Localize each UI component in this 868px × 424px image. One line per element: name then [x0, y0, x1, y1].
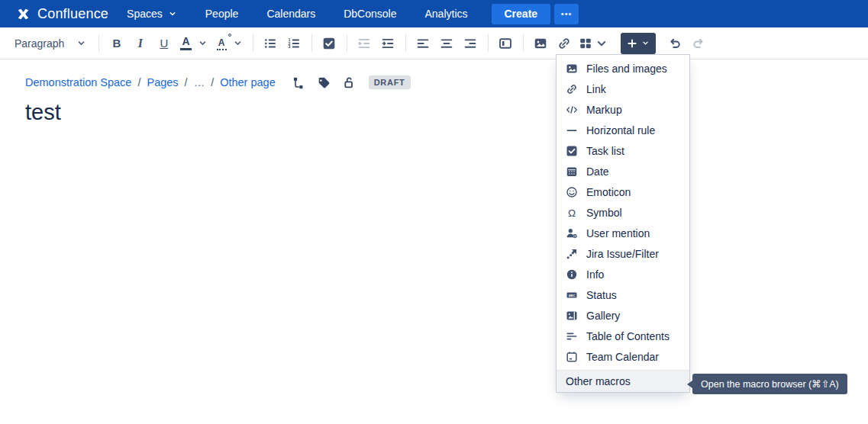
nav-more-button[interactable]: •••	[554, 4, 579, 24]
toolbar-separator	[347, 34, 347, 52]
nav-item-people[interactable]: People	[205, 8, 239, 20]
menu-item-label: Task list	[586, 145, 624, 157]
align-center-button[interactable]	[435, 32, 459, 55]
confluence-logo[interactable]: Confluence	[15, 6, 108, 22]
page-layout-icon	[499, 37, 512, 50]
italic-button[interactable]: I	[128, 32, 152, 55]
bullet-list-button[interactable]	[259, 32, 282, 55]
align-left-icon	[416, 37, 430, 50]
link-icon	[557, 37, 571, 50]
labels-icon[interactable]	[318, 76, 331, 89]
insert-more-content-button[interactable]	[621, 33, 656, 54]
gallery-icon	[566, 310, 578, 322]
align-left-button[interactable]	[411, 32, 435, 55]
menu-item-files-and-images[interactable]: Files and images	[557, 58, 689, 79]
align-center-icon	[440, 37, 453, 50]
chevron-down-icon	[641, 39, 650, 47]
toolbar-separator	[311, 34, 312, 52]
more-formatting-button[interactable]: A	[212, 32, 247, 55]
menu-item-team-calendar[interactable]: Team Calendar	[557, 346, 689, 367]
nav-item-spaces[interactable]: Spaces	[127, 8, 177, 20]
nav-item-calendars[interactable]: Calendars	[266, 8, 315, 20]
underline-button[interactable]: U	[152, 32, 176, 55]
date-icon	[566, 165, 578, 178]
page-layout-button[interactable]	[494, 32, 518, 55]
numbered-list-button[interactable]: 123	[282, 32, 306, 55]
menu-item-label: Emoticon	[586, 186, 631, 198]
toolbar-separator	[253, 34, 253, 52]
page-tree-icon[interactable]	[292, 76, 305, 89]
nav-item-analytics[interactable]: Analytics	[424, 8, 467, 20]
breadcrumb-link-pages[interactable]: Pages	[147, 76, 178, 88]
unlock-icon[interactable]	[343, 76, 356, 89]
top-navigation-bar: Confluence SpacesPeopleCalendarsDbConsol…	[0, 0, 868, 27]
table-of-contents-icon	[566, 330, 578, 342]
link-icon	[566, 83, 578, 95]
jira-icon	[566, 248, 578, 260]
toolbar-separator	[405, 34, 406, 52]
redo-button[interactable]	[687, 32, 711, 55]
toolbar-separator	[488, 34, 489, 52]
outdent-button[interactable]	[353, 32, 376, 55]
menu-item-task-list[interactable]: Task list	[557, 140, 689, 161]
svg-text:@: @	[573, 234, 577, 238]
menu-item-label: Other macros	[566, 375, 631, 387]
confluence-logo-text: Confluence	[37, 6, 108, 22]
menu-item-markup[interactable]: Markup	[557, 99, 689, 120]
undo-redo-group	[663, 32, 711, 55]
svg-text:ABC: ABC	[569, 293, 576, 297]
menu-item-label: Team Calendar	[586, 351, 659, 363]
macro-browser-tooltip: Open the macro browser (⌘⇧A)	[687, 374, 847, 394]
menu-item-emoticon[interactable]: Emoticon	[557, 181, 689, 202]
page-action-icons	[292, 76, 356, 89]
menu-item-info[interactable]: Info	[557, 264, 689, 284]
menu-item-table-of-contents[interactable]: Table of Contents	[557, 326, 689, 346]
menu-item-date[interactable]: Date	[557, 161, 689, 181]
paragraph-style-dropdown[interactable]: Paragraph	[8, 32, 93, 55]
menu-item-user-mention[interactable]: @User mention	[557, 223, 689, 243]
menu-item-label: Link	[586, 83, 606, 95]
undo-icon	[668, 37, 682, 50]
menu-item-status[interactable]: ABCStatus	[557, 284, 689, 305]
confluence-logo-icon	[15, 6, 31, 22]
italic-icon: I	[138, 37, 143, 50]
menu-item-label: Horizontal rule	[586, 124, 655, 137]
task-list-button[interactable]	[318, 32, 341, 55]
create-button[interactable]: Create	[492, 4, 551, 24]
table-icon	[579, 37, 592, 50]
menu-item-symbol[interactable]: ΩSymbol	[557, 202, 689, 223]
menu-item-jira-issue-filter[interactable]: Jira Issue/Filter	[557, 243, 689, 264]
nav-item-label: DbConsole	[344, 8, 396, 20]
menu-item-link[interactable]: Link	[557, 79, 689, 99]
image-icon	[566, 63, 578, 75]
undo-button[interactable]	[663, 32, 687, 55]
outdent-icon	[357, 37, 371, 50]
breadcrumb-link-other-page[interactable]: Other page	[220, 76, 276, 88]
insert-files-images-button[interactable]	[529, 32, 553, 55]
nav-menu: SpacesPeopleCalendarsDbConsoleAnalytics	[127, 8, 495, 20]
indent-button[interactable]	[376, 32, 400, 55]
toolbar-separator	[98, 34, 99, 52]
text-color-button[interactable]: A	[176, 32, 211, 55]
menu-item-other-macros[interactable]: Other macros	[557, 370, 689, 392]
numbered-list-icon: 123	[287, 37, 301, 50]
redo-icon	[692, 37, 705, 50]
menu-item-gallery[interactable]: Gallery	[557, 305, 689, 326]
insert-link-button[interactable]	[553, 32, 576, 55]
bold-button[interactable]: B	[105, 32, 128, 55]
menu-item-label: Info	[586, 268, 604, 281]
menu-item-label: Status	[586, 289, 617, 301]
breadcrumb-separator: /	[137, 76, 140, 88]
nav-item-dbconsole[interactable]: DbConsole	[344, 8, 396, 20]
task-list-icon	[322, 37, 336, 50]
tooltip-arrow	[687, 381, 692, 388]
align-right-button[interactable]	[459, 32, 482, 55]
plus-icon	[626, 37, 638, 50]
nav-item-label: Spaces	[127, 8, 163, 20]
insert-table-button[interactable]	[576, 32, 611, 55]
user-mention-icon: @	[566, 227, 578, 239]
menu-item-horizontal-rule[interactable]: Horizontal rule	[557, 120, 689, 140]
breadcrumb-link-demonstration-space[interactable]: Demonstration Space	[25, 76, 131, 88]
page-title[interactable]: test	[25, 100, 61, 125]
svg-text:Ω: Ω	[568, 207, 576, 218]
